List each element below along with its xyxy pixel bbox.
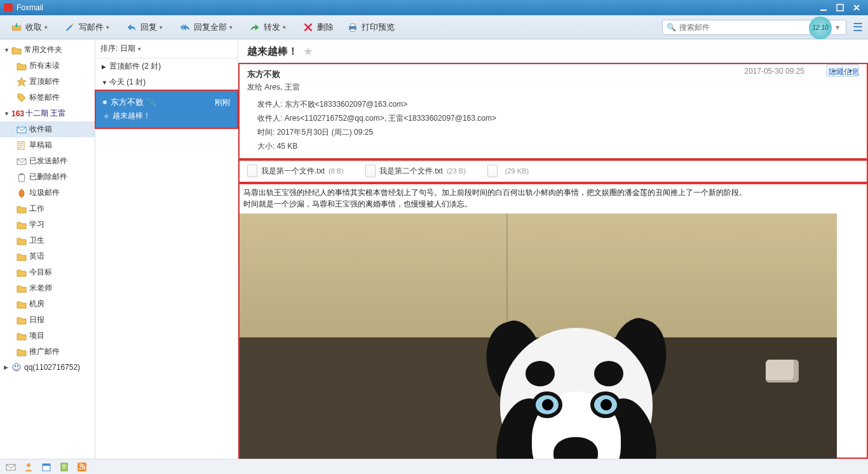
attachment-bar: 我是第一个文件.txt(8 B) 我是第二个文件.txt(23 B) (29 K… [238,159,868,183]
sidebar-item-goal[interactable]: 今目标 [0,264,95,280]
reader-body[interactable]: 马蓉出轨王宝强的经纪人的事情其实根本曾经划上了句号。加上前段时间的白百何出轨小鲜… [238,183,868,459]
reply-all-label: 回复全部 [194,22,227,33]
minimize-button[interactable] [816,3,831,13]
folder-icon [17,236,27,246]
sb-rss-icon[interactable] [76,461,88,473]
sidebar-item-pinned[interactable]: 置顶邮件 [0,74,95,90]
sb-calendar-icon[interactable] [41,461,52,473]
sidebar-item-sent[interactable]: 已发送邮件 [0,153,95,169]
reply-all-icon [179,21,191,34]
folder-icon [17,347,27,357]
sidebar: ▼ 常用文件夹 所有未读 置顶邮件 标签邮件 ▼ 163 十二期 王雷 收件箱 … [0,39,95,459]
body-image [240,213,837,459]
main-menu-button[interactable]: ☰ [853,20,863,34]
sidebar-item-work[interactable]: 工作 [0,201,95,217]
app-title: Foxmail [17,3,43,12]
inbox-icon [17,125,27,135]
reply-all-button[interactable]: 回复全部▾ [173,18,241,36]
reply-label: 回复 [140,22,157,33]
sidebar-item-machineroom[interactable]: 机房 [0,296,95,312]
list-sort[interactable]: 排序: 日期▾ [95,39,238,58]
drafts-icon [17,140,27,151]
svg-rect-4 [351,29,355,31]
sb-notes-icon[interactable] [58,461,70,473]
file-icon [365,165,376,177]
svg-rect-15 [43,464,50,466]
delete-button[interactable]: 删除 [297,18,339,36]
print-icon [346,21,359,34]
list-group-today[interactable]: ▼今天 (1 封) [95,74,238,90]
sidebar-item-junk[interactable]: 垃圾邮件 [0,185,95,201]
attachment-item[interactable]: 我是第一个文件.txt(8 B) [247,165,344,177]
search-box[interactable]: 🔍 12:10 ▾ [662,20,846,35]
sidebar-account-qq[interactable]: ▶ qq(1102716752) [0,360,95,375]
junk-icon [17,188,27,198]
svg-point-18 [79,468,81,470]
detail-size: 45 KB [277,142,298,151]
compose-label: 写邮件 [79,22,104,33]
trash-icon [17,172,27,182]
sidebar-item-health[interactable]: 卫生 [0,233,95,248]
maximize-button[interactable] [832,3,848,13]
svg-rect-0 [820,10,827,11]
detail-time: 2017年5月30日 (周二) 09:25 [277,128,373,137]
folder-icon [17,299,27,309]
sidebar-item-tagged[interactable]: 标签邮件 [0,90,95,105]
mail-item-from: 东方不败 [111,97,144,108]
compose-icon [64,21,76,34]
reply-icon [125,21,138,34]
app-logo-icon [4,3,13,12]
search-dropdown-icon[interactable]: ▾ [832,23,843,32]
hide-info-link[interactable]: 隐藏信息 [829,67,859,78]
delete-icon [302,21,315,34]
forward-button[interactable]: 转发▾ [243,18,294,36]
main-area: ▼ 常用文件夹 所有未读 置顶邮件 标签邮件 ▼ 163 十二期 王雷 收件箱 … [0,39,868,459]
sidebar-item-milaoshi[interactable]: 米老师 [0,280,95,296]
sidebar-item-project[interactable]: 项目 [0,328,95,344]
sb-contacts-icon[interactable] [23,461,34,473]
sidebar-item-english[interactable]: 英语 [0,248,95,264]
attachment-icon: 📎 [147,98,156,107]
star-toggle[interactable]: ★ [303,44,313,58]
folder-icon [17,283,27,294]
svg-point-10 [15,365,16,367]
sidebar-item-study[interactable]: 学习 [0,217,95,233]
sb-mail-icon[interactable] [5,461,17,473]
receive-label: 收取 [25,22,42,33]
compose-button[interactable]: 写邮件▾ [58,18,118,36]
sidebar-group-common[interactable]: ▼ 常用文件夹 [0,42,95,58]
folder-icon [17,267,27,278]
receive-button[interactable]: 收取▾ [5,18,56,36]
sidebar-item-promo[interactable]: 推广邮件 [0,344,95,360]
folder-icon [17,204,27,214]
svg-rect-8 [20,173,24,175]
search-icon: 🔍 [665,23,677,32]
close-button[interactable] [849,3,864,13]
attachment-item[interactable]: (29 KB) [487,165,529,177]
sidebar-item-drafts[interactable]: 草稿箱 [0,137,95,153]
sidebar-item-inbox[interactable]: 收件箱 [0,121,95,137]
sidebar-account-163[interactable]: ▼ 163 十二期 王雷 [0,105,95,121]
list-group-pinned[interactable]: ▶置顶邮件 (2 封) [95,58,238,74]
reader-meta: ↩ ▾ 东方不败 发给 Ares, 王雷 2017-05-30 09:25 隐藏… [238,63,868,159]
sidebar-item-unread[interactable]: 所有未读 [0,58,95,74]
reader-from-name: 东方不败 [247,69,280,79]
reader-header: 越来越棒！ ★ [238,39,868,63]
qq-icon [11,362,22,372]
folder-icon [17,315,27,325]
receive-icon [10,21,23,34]
print-preview-button[interactable]: 打印预览 [341,18,400,36]
reader-to: Ares, 王雷 [264,83,299,91]
sidebar-item-daily[interactable]: 日报 [0,312,95,328]
body-text: 马蓉出轨王宝强的经纪人的事情其实根本曾经划上了句号。加上前段时间的白百何出轨小鲜… [240,184,867,213]
reply-button[interactable]: 回复▾ [120,18,171,36]
forward-icon [248,21,261,34]
detail-sender: 东方不败<18333602097@163.com> [285,100,408,109]
mail-list-item[interactable]: 东方不败📎 刚刚 ★越来越棒！ [95,90,238,128]
status-bar [0,459,868,474]
attachment-item[interactable]: 我是第二个文件.txt(23 B) [365,165,466,177]
svg-point-11 [17,365,18,367]
sidebar-item-deleted[interactable]: 已删除邮件 [0,169,95,185]
sent-icon [17,156,27,166]
mail-list: 排序: 日期▾ ▶置顶邮件 (2 封) ▼今天 (1 封) 东方不败📎 刚刚 ★… [95,39,238,459]
